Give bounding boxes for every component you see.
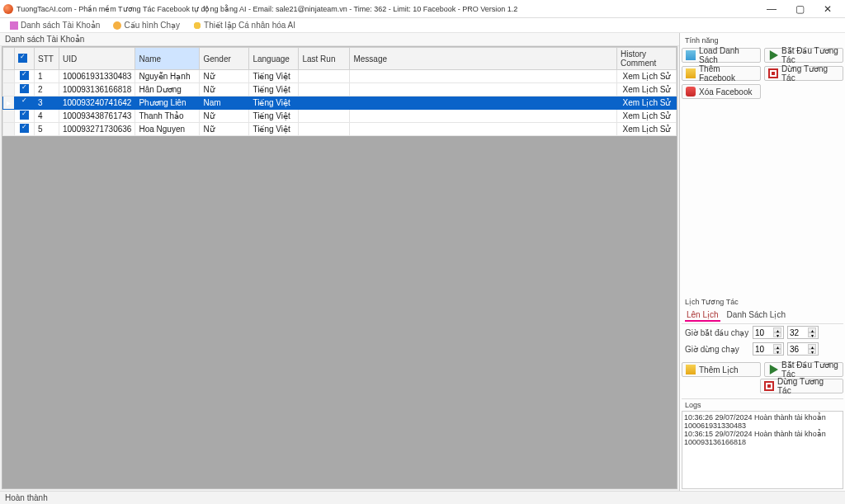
cell bbox=[3, 110, 15, 123]
cell bbox=[15, 70, 35, 83]
add-facebook-button[interactable]: Thêm Facebook bbox=[682, 66, 761, 81]
column-header[interactable] bbox=[3, 48, 15, 70]
table-row[interactable]: 1100061931330483Nguyễn HạnhNữTiếng ViệtX… bbox=[3, 70, 677, 83]
table-row[interactable]: 2100093136166818Hân DươngNữTiếng ViệtXem… bbox=[3, 83, 677, 97]
minimize-button[interactable]: — bbox=[758, 1, 786, 17]
close-button[interactable]: ✕ bbox=[814, 1, 842, 17]
column-header[interactable]: Gender bbox=[200, 48, 249, 70]
list-icon bbox=[10, 21, 18, 30]
cell bbox=[299, 97, 350, 110]
schedule-start-button[interactable]: Bắt Đầu Tương Tác bbox=[764, 362, 843, 377]
column-header[interactable]: Name bbox=[135, 48, 200, 70]
btn-label: Thêm Facebook bbox=[699, 64, 757, 82]
value: 32 bbox=[790, 328, 799, 337]
cell: 100093438761743 bbox=[59, 110, 135, 123]
stop-min-input[interactable]: 36▴▾ bbox=[787, 342, 819, 356]
cell: 4 bbox=[35, 110, 59, 123]
status-text: Hoàn thành bbox=[5, 493, 48, 502]
cell bbox=[299, 123, 350, 136]
features-title: Tính năng bbox=[682, 35, 843, 46]
stop-icon bbox=[768, 68, 778, 78]
load-list-button[interactable]: Load Danh Sách bbox=[682, 48, 761, 63]
schedule-tab-create[interactable]: Lên Lịch bbox=[685, 309, 720, 322]
cell: Tiếng Việt bbox=[249, 83, 299, 97]
spinner-icon[interactable]: ▴▾ bbox=[808, 327, 816, 337]
logs-title: Logs bbox=[682, 399, 843, 411]
column-header[interactable]: Language bbox=[249, 48, 299, 70]
accounts-grid[interactable]: STTUIDNameGenderLanguageLast RunMessageH… bbox=[2, 47, 677, 136]
tab-accounts[interactable]: Danh sách Tài Khoản bbox=[3, 18, 106, 33]
row-checkbox[interactable] bbox=[20, 84, 29, 93]
stop-icon bbox=[764, 381, 774, 391]
column-header[interactable]: STT bbox=[35, 48, 59, 70]
column-header[interactable]: UID bbox=[59, 48, 135, 70]
value: 10 bbox=[755, 345, 764, 354]
history-link[interactable]: Xem Lịch Sử bbox=[617, 110, 677, 123]
cell: Phương Liên bbox=[135, 97, 200, 110]
maximize-button[interactable]: ▢ bbox=[786, 1, 814, 17]
add-schedule-button[interactable]: Thêm Lịch bbox=[682, 362, 761, 377]
cell: 3 bbox=[35, 97, 59, 110]
btn-label: Thêm Lịch bbox=[699, 365, 738, 374]
cell bbox=[299, 83, 350, 97]
row-checkbox[interactable] bbox=[20, 97, 29, 106]
spinner-icon[interactable]: ▴▾ bbox=[773, 327, 781, 337]
stop-hour-input[interactable]: 10▴▾ bbox=[753, 342, 784, 356]
play-icon bbox=[768, 50, 778, 60]
app-icon bbox=[3, 4, 13, 14]
select-all-checkbox[interactable] bbox=[18, 54, 27, 63]
value: 10 bbox=[755, 328, 764, 337]
tab-config[interactable]: Cấu hình Chạy bbox=[106, 18, 186, 33]
row-checkbox[interactable] bbox=[20, 124, 29, 133]
shield-x-icon bbox=[686, 87, 696, 97]
spinner-icon[interactable]: ▴▾ bbox=[808, 344, 816, 354]
start-interact-button[interactable]: Bắt Đầu Tương Tác bbox=[764, 48, 843, 63]
cell bbox=[3, 70, 15, 83]
column-header[interactable]: Last Run bbox=[299, 48, 350, 70]
cell: Nữ bbox=[200, 123, 249, 136]
cell bbox=[350, 123, 617, 136]
title-bar: TuongTacAI.com - Phần mềm Tương Tác Face… bbox=[0, 0, 845, 18]
table-row[interactable]: ▸3100093240741642Phương LiênNamTiếng Việ… bbox=[3, 97, 677, 110]
start-hour-input[interactable]: 10▴▾ bbox=[753, 326, 784, 339]
row-checkbox[interactable] bbox=[20, 111, 29, 120]
table-row[interactable]: 5100093271730636Hoa NguyenNữTiếng ViệtXe… bbox=[3, 123, 677, 136]
column-header[interactable]: Message bbox=[350, 48, 617, 70]
cell bbox=[3, 83, 15, 97]
window-title: TuongTacAI.com - Phần mềm Tương Tác Face… bbox=[17, 5, 758, 13]
cell: Hân Dương bbox=[135, 83, 200, 97]
cell bbox=[15, 83, 35, 97]
stop-interact-button[interactable]: Dừng Tương Tác bbox=[764, 66, 843, 81]
cell: Nam bbox=[200, 97, 249, 110]
cell bbox=[15, 123, 35, 136]
plus-icon bbox=[686, 365, 696, 374]
cell: 5 bbox=[35, 123, 59, 136]
cell: Tiếng Việt bbox=[249, 123, 299, 136]
delete-facebook-button[interactable]: Xóa Facebook bbox=[682, 84, 761, 99]
table-row[interactable]: 4100093438761743Thanh ThảoNữTiếng ViệtXe… bbox=[3, 110, 677, 123]
cell: Tiếng Việt bbox=[249, 110, 299, 123]
cell: 1 bbox=[35, 70, 59, 83]
start-min-input[interactable]: 32▴▾ bbox=[787, 326, 819, 339]
logs-textarea[interactable]: 10:36:26 29/07/2024 Hoàn thành tài khoản… bbox=[682, 411, 843, 489]
history-link[interactable]: Xem Lịch Sử bbox=[617, 70, 677, 83]
cell: 2 bbox=[35, 83, 59, 97]
history-link[interactable]: Xem Lịch Sử bbox=[617, 97, 677, 110]
btn-label: Xóa Facebook bbox=[699, 87, 753, 97]
tab-ai[interactable]: Thiết lập Cá nhân hóa AI bbox=[186, 18, 302, 33]
column-header[interactable] bbox=[15, 48, 35, 70]
spinner-icon[interactable]: ▴▾ bbox=[773, 344, 781, 354]
column-header[interactable]: History Comment bbox=[617, 48, 677, 70]
cell bbox=[299, 70, 350, 83]
row-checkbox[interactable] bbox=[20, 71, 29, 80]
schedule-tab-list[interactable]: Danh Sách Lịch bbox=[725, 309, 787, 322]
cell: Thanh Thảo bbox=[135, 110, 200, 123]
schedule-stop-button[interactable]: Dừng Tương Tác bbox=[760, 379, 843, 393]
cell bbox=[15, 97, 35, 110]
history-link[interactable]: Xem Lịch Sử bbox=[617, 123, 677, 136]
history-link[interactable]: Xem Lịch Sử bbox=[617, 83, 677, 97]
cell bbox=[350, 97, 617, 110]
cell bbox=[350, 83, 617, 97]
cell bbox=[350, 70, 617, 83]
cell: Hoa Nguyen bbox=[135, 123, 200, 136]
